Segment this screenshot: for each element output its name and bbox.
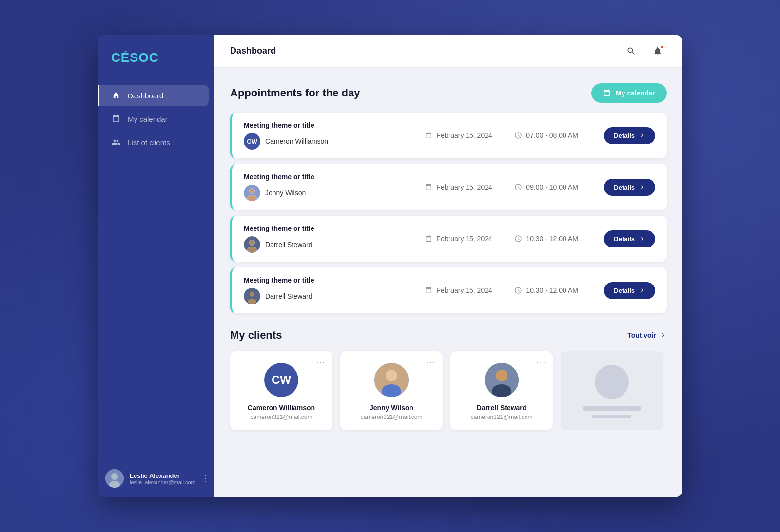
svg-point-12 bbox=[248, 247, 256, 253]
avatar bbox=[244, 185, 260, 201]
client-card: ··· Jenny Wilson cameron321@mail.com bbox=[340, 351, 443, 430]
ghost-avatar bbox=[595, 365, 629, 399]
svg-point-14 bbox=[250, 292, 254, 297]
svg-point-20 bbox=[496, 370, 507, 381]
tout-voir-label: Tout voir bbox=[627, 331, 656, 339]
appointment-info: Meeting theme or title Darrell Steward bbox=[244, 276, 413, 304]
user-email: leslie_alexander@mail.com bbox=[130, 479, 195, 485]
appointment-date: February 15, 2024 bbox=[425, 235, 503, 243]
nav: Dashboard My calendar List of clients bbox=[98, 85, 214, 459]
svg-point-7 bbox=[248, 195, 256, 201]
appointment-person: Darrell Steward bbox=[244, 236, 413, 253]
details-button[interactable]: Details bbox=[604, 127, 655, 144]
user-menu-dots[interactable]: ⋮ bbox=[201, 473, 210, 484]
client-card: ··· CW Cameron Williamson cameron321@mai… bbox=[230, 351, 332, 430]
appointment-card: Meeting theme or title bbox=[230, 164, 667, 210]
person-name: Darrell Steward bbox=[265, 241, 312, 248]
appointment-title: Meeting theme or title bbox=[244, 225, 413, 232]
client-card-ghost bbox=[561, 351, 663, 430]
appointment-title: Meeting theme or title bbox=[244, 276, 413, 284]
sidebar-item-dashboard[interactable]: Dashboard bbox=[98, 85, 209, 106]
content-area: Appointments for the day My calendar Mee… bbox=[214, 68, 682, 497]
client-menu-dots[interactable]: ··· bbox=[316, 358, 326, 367]
appointment-person: Darrell Steward bbox=[244, 288, 413, 304]
appointment-title: Meeting theme or title bbox=[244, 173, 413, 181]
users-icon bbox=[111, 137, 121, 147]
appointment-person: CW Cameron Williamson bbox=[244, 133, 413, 150]
ghost-line-sm bbox=[592, 415, 631, 418]
svg-point-17 bbox=[386, 370, 397, 381]
client-email: cameron321@mail.com bbox=[251, 414, 312, 420]
person-name: Darrell Steward bbox=[265, 292, 312, 300]
appointment-time: 07.00 - 08.00 AM bbox=[514, 132, 592, 139]
main-content: Dashboard Appointments for the bbox=[214, 35, 682, 497]
client-menu-dots[interactable]: ··· bbox=[537, 358, 546, 367]
logo-text: CÉSOC bbox=[111, 50, 158, 65]
appointment-info: Meeting theme or title CW Cameron Willia… bbox=[244, 121, 413, 150]
clients-grid: ··· CW Cameron Williamson cameron321@mai… bbox=[230, 351, 667, 430]
appointment-title: Meeting theme or title bbox=[244, 121, 413, 129]
calendar-icon bbox=[111, 114, 121, 124]
client-name: Darrell Steward bbox=[477, 404, 527, 412]
sidebar: CÉSOC Dashboard My calendar bbox=[98, 35, 214, 497]
sidebar-item-calendar[interactable]: My calendar bbox=[103, 108, 209, 130]
appointments-list: Meeting theme or title CW Cameron Willia… bbox=[230, 113, 667, 313]
ghost-line bbox=[583, 406, 641, 411]
svg-point-1 bbox=[111, 473, 118, 480]
page-title: Dashboard bbox=[230, 46, 276, 56]
appointments-title: Appointments for the day bbox=[230, 87, 360, 99]
details-button[interactable]: Details bbox=[604, 230, 655, 247]
avatar bbox=[244, 288, 260, 304]
client-menu-dots[interactable]: ··· bbox=[427, 358, 436, 367]
client-name: Cameron Williamson bbox=[248, 404, 315, 412]
notification-dot bbox=[660, 45, 664, 49]
avatar bbox=[244, 236, 260, 253]
user-avatar bbox=[105, 469, 124, 488]
sidebar-item-dashboard-label: Dashboard bbox=[128, 92, 163, 100]
appointment-person: Jenny Wilson bbox=[244, 185, 413, 201]
user-name: Leslie Alexander bbox=[130, 472, 195, 479]
clients-title: My clients bbox=[230, 329, 282, 342]
appointment-time: 10.30 - 12.00 AM bbox=[514, 235, 592, 243]
person-name: Jenny Wilson bbox=[265, 189, 306, 197]
search-button[interactable] bbox=[622, 42, 641, 60]
sidebar-user: Leslie Alexander leslie_alexander@mail.c… bbox=[98, 459, 214, 497]
client-avatar: CW bbox=[264, 363, 298, 397]
sidebar-item-clients-label: List of clients bbox=[128, 138, 170, 147]
appointment-card: Meeting theme or title CW Cameron Willia… bbox=[230, 113, 667, 158]
sidebar-item-clients[interactable]: List of clients bbox=[103, 132, 209, 153]
client-avatar bbox=[485, 363, 519, 397]
topbar: Dashboard bbox=[214, 35, 682, 68]
appointment-time: 09.00 - 10.00 AM bbox=[514, 183, 592, 191]
details-button[interactable]: Details bbox=[604, 179, 655, 196]
svg-point-11 bbox=[250, 240, 254, 245]
user-info: Leslie Alexander leslie_alexander@mail.c… bbox=[130, 472, 195, 485]
appointment-info: Meeting theme or title bbox=[244, 225, 413, 253]
appointment-date: February 15, 2024 bbox=[425, 286, 503, 294]
avatar: CW bbox=[244, 133, 260, 150]
client-email: cameron321@mail.com bbox=[361, 414, 423, 420]
tout-voir-button[interactable]: Tout voir bbox=[627, 331, 667, 339]
my-calendar-label: My calendar bbox=[616, 89, 655, 97]
appointment-info: Meeting theme or title bbox=[244, 173, 413, 201]
client-name: Jenny Wilson bbox=[370, 404, 413, 412]
logo: CÉSOC bbox=[98, 35, 214, 85]
clients-header: My clients Tout voir bbox=[230, 329, 667, 342]
svg-point-15 bbox=[248, 299, 256, 304]
details-button[interactable]: Details bbox=[604, 282, 655, 299]
notification-button[interactable] bbox=[648, 42, 667, 60]
client-avatar bbox=[374, 363, 409, 397]
svg-point-6 bbox=[250, 189, 254, 193]
appointment-date: February 15, 2024 bbox=[425, 132, 503, 139]
client-card: ··· Darrell Steward cameron321@mail.com bbox=[450, 351, 553, 430]
sidebar-item-calendar-label: My calendar bbox=[128, 115, 168, 123]
appointment-card: Meeting theme or title bbox=[230, 216, 667, 262]
topbar-actions bbox=[622, 42, 667, 60]
my-calendar-button[interactable]: My calendar bbox=[591, 83, 667, 103]
appointment-date: February 15, 2024 bbox=[425, 183, 503, 191]
home-icon bbox=[111, 91, 121, 100]
appointments-header: Appointments for the day My calendar bbox=[230, 83, 667, 103]
appointment-time: 10.30 - 12.00 AM bbox=[514, 286, 592, 294]
person-name: Cameron Williamson bbox=[265, 137, 328, 145]
client-email: cameron321@mail.com bbox=[471, 414, 533, 420]
